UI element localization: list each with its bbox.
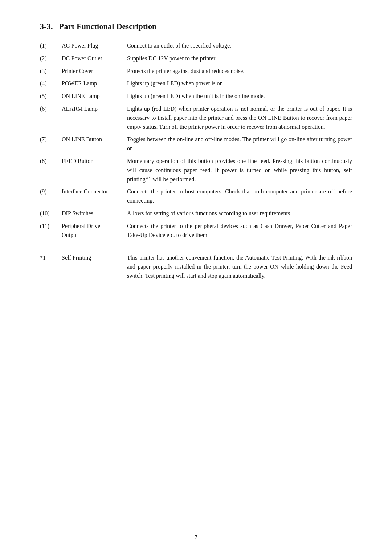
table-row: (11)Peripheral DriveOutputConnects the p… xyxy=(40,222,352,244)
item-name: POWER Lamp xyxy=(62,79,127,92)
item-name: ON LINE Lamp xyxy=(62,92,127,105)
footnote-desc: This printer has another convenient func… xyxy=(127,253,352,280)
page-footer: – 7 – xyxy=(40,534,352,540)
footnote-section: *1 Self Printing This printer has anothe… xyxy=(40,253,352,280)
item-desc: Connect to an outlet of the specified vo… xyxy=(127,41,352,54)
item-desc: Toggles between the on-line and off-line… xyxy=(127,135,352,157)
item-num: (2) xyxy=(40,54,62,67)
item-name: Printer Cover xyxy=(62,67,127,79)
item-name: ON LINE Button xyxy=(62,135,127,157)
items-table: (1)AC Power PlugConnect to an outlet of … xyxy=(40,41,352,243)
item-name: Peripheral DriveOutput xyxy=(62,222,127,244)
item-name: ALARM Lamp xyxy=(62,105,127,135)
section-title: 3-3. Part Functional Description xyxy=(40,22,352,31)
table-row: (4)POWER LampLights up (green LED) when … xyxy=(40,79,352,92)
item-num: (4) xyxy=(40,79,62,92)
item-desc: Connects the printer to the peripheral d… xyxy=(127,222,352,244)
item-num: (7) xyxy=(40,135,62,157)
item-name: Interface Connector xyxy=(62,187,127,209)
table-row: (2)DC Power OutletSupplies DC 12V power … xyxy=(40,54,352,67)
table-row: (8)FEED ButtonMomentary operation of thi… xyxy=(40,157,352,187)
item-desc: Lights up (green LED) when the unit is i… xyxy=(127,92,352,105)
table-row: (10)DIP SwitchesAllows for setting of va… xyxy=(40,209,352,222)
item-num: (5) xyxy=(40,92,62,105)
item-desc: Allows for setting of various functions … xyxy=(127,209,352,222)
table-row: (7)ON LINE ButtonToggles between the on-… xyxy=(40,135,352,157)
footnote-label: Self Printing xyxy=(62,253,127,262)
table-row: (3)Printer CoverProtects the printer aga… xyxy=(40,67,352,79)
item-name: FEED Button xyxy=(62,157,127,187)
footnote-row: *1 Self Printing This printer has anothe… xyxy=(40,253,352,280)
item-desc: Lights up (green LED) when power is on. xyxy=(127,79,352,92)
table-row: (9)Interface ConnectorConnects the print… xyxy=(40,187,352,209)
item-num: (9) xyxy=(40,187,62,209)
item-name: DC Power Outlet xyxy=(62,54,127,67)
item-num: (6) xyxy=(40,105,62,135)
item-num: (3) xyxy=(40,67,62,79)
item-num: (10) xyxy=(40,209,62,222)
item-num: (11) xyxy=(40,222,62,244)
item-name: DIP Switches xyxy=(62,209,127,222)
table-row: (6)ALARM LampLights up (red LED) when pr… xyxy=(40,105,352,135)
item-num: (1) xyxy=(40,41,62,54)
item-desc: Protects the printer against dust and re… xyxy=(127,67,352,79)
footnote-num: *1 xyxy=(40,253,62,262)
item-desc: Connects the printer to host computers. … xyxy=(127,187,352,209)
item-desc: Supplies DC 12V power to the printer. xyxy=(127,54,352,67)
table-row: (5)ON LINE LampLights up (green LED) whe… xyxy=(40,92,352,105)
item-name: AC Power Plug xyxy=(62,41,127,54)
item-num: (8) xyxy=(40,157,62,187)
item-desc: Momentary operation of this button provi… xyxy=(127,157,352,187)
table-row: (1)AC Power PlugConnect to an outlet of … xyxy=(40,41,352,54)
item-desc: Lights up (red LED) when printer operati… xyxy=(127,105,352,135)
page: 3-3. Part Functional Description (1)AC P… xyxy=(40,0,352,555)
